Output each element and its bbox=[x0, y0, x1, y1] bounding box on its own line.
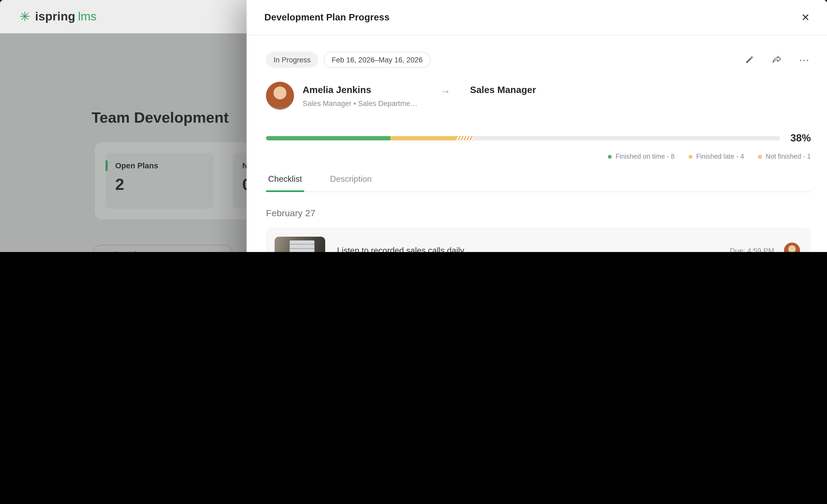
legend-label: Finished late - 4 bbox=[696, 153, 744, 160]
close-button[interactable]: ✕ bbox=[799, 9, 812, 26]
search-box bbox=[92, 245, 233, 252]
drawer-body: In Progress Feb 16, 2026–May 16, 2026 ⋯ bbox=[247, 36, 827, 252]
share-button[interactable] bbox=[771, 54, 783, 66]
date-range-chip: Feb 16, 2026–May 16, 2026 bbox=[324, 52, 431, 68]
logo-text-ispring: ispring bbox=[35, 10, 76, 24]
search-input[interactable] bbox=[113, 249, 225, 252]
drawer-actions: ⋯ bbox=[743, 54, 811, 66]
ispring-lms-logo[interactable]: ✳ ispring lms bbox=[19, 10, 96, 24]
green-dot-icon bbox=[608, 155, 612, 158]
item-due-time: Due: 4:59 PM bbox=[730, 246, 774, 252]
status-badge: In Progress bbox=[266, 52, 318, 68]
checklist-item[interactable]: Listen to recorded sales calls daily. Du… bbox=[266, 228, 811, 252]
drawer-header: Development Plan Progress ✕ bbox=[247, 0, 827, 36]
logo-asterisk-icon: ✳ bbox=[19, 10, 30, 23]
screen: ✳ ispring lms Team Development Open Plan… bbox=[0, 0, 827, 252]
date-group-heading: February 27 bbox=[266, 208, 811, 219]
avatar bbox=[266, 82, 294, 110]
pencil-icon bbox=[745, 55, 754, 64]
logo-text-lms: lms bbox=[78, 10, 96, 24]
assignee-avatar bbox=[784, 242, 800, 252]
tab-description[interactable]: Description bbox=[328, 174, 374, 191]
search-icon bbox=[100, 250, 108, 252]
hatched-dot-icon bbox=[758, 155, 762, 158]
arrow-right-icon: → bbox=[440, 84, 451, 96]
item-thumbnail bbox=[275, 237, 325, 252]
stat-open-plans[interactable]: Open Plans 2 bbox=[105, 153, 213, 209]
development-plan-drawer: Development Plan Progress ✕ In Progress … bbox=[247, 0, 827, 252]
progress-percent: 38% bbox=[787, 132, 811, 144]
person-subtitle: Sales Manager • Sales Departme… bbox=[303, 100, 536, 108]
progress-row: 38% bbox=[266, 132, 811, 144]
progress-bar bbox=[266, 136, 780, 141]
stat-value: 2 bbox=[115, 175, 203, 193]
legend-label: Not finished - 1 bbox=[766, 153, 811, 160]
legend-not-finished: Not finished - 1 bbox=[758, 153, 811, 160]
share-forward-icon bbox=[772, 55, 782, 65]
progress-segment-not-finished bbox=[457, 136, 473, 141]
page-title: Team Development bbox=[92, 109, 229, 126]
more-options-button[interactable]: ⋯ bbox=[798, 54, 811, 66]
person-name: Amelia Jenkins bbox=[303, 85, 440, 96]
drawer-title: Development Plan Progress bbox=[264, 12, 390, 23]
stat-label: Open Plans bbox=[115, 161, 203, 170]
tab-bar: Checklist Description bbox=[266, 174, 811, 192]
progress-legend: Finished on time - 8 Finished late - 4 N… bbox=[266, 153, 811, 160]
edit-button[interactable] bbox=[743, 54, 756, 66]
legend-finished-on-time: Finished on time - 8 bbox=[608, 153, 675, 160]
checklist: Listen to recorded sales calls daily. Du… bbox=[266, 228, 811, 252]
plan-person-row: Amelia Jenkins → Sales Manager Sales Man… bbox=[266, 82, 811, 110]
legend-finished-late: Finished late - 4 bbox=[689, 153, 744, 160]
meta-row: In Progress Feb 16, 2026–May 16, 2026 ⋯ bbox=[266, 52, 811, 68]
progress-segment-on-time bbox=[266, 136, 390, 141]
item-title: Listen to recorded sales calls daily. bbox=[337, 246, 466, 252]
yellow-dot-icon bbox=[689, 155, 692, 158]
progress-segment-late bbox=[390, 136, 456, 141]
stat-accent-bar bbox=[105, 160, 108, 171]
target-role: Sales Manager bbox=[470, 85, 536, 96]
tab-checklist[interactable]: Checklist bbox=[266, 174, 304, 191]
legend-label: Finished on time - 8 bbox=[616, 153, 675, 160]
